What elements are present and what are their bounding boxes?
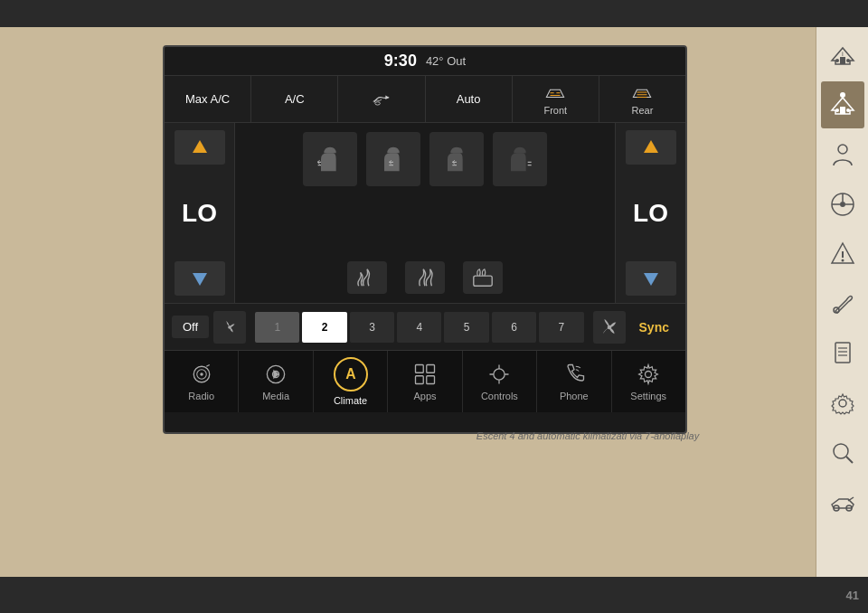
auto-button[interactable]: Auto [426,76,513,123]
svg-point-5 [835,108,839,112]
fan-speed-6[interactable]: 6 [492,312,536,343]
caption-text: Escent 4 and automatic klimatizati via 7… [476,430,699,441]
svg-rect-43 [474,276,492,286]
fan-off-button[interactable]: Off [172,316,209,338]
svg-point-10 [840,202,845,207]
nav-phone[interactable]: Phone [537,351,611,412]
fan-high-icon [599,317,619,337]
svg-point-48 [200,373,203,376]
left-temp-panel: LO [165,123,235,303]
svg-point-62 [646,372,652,378]
rear-defrost-button[interactable]: Rear [599,76,685,123]
fan-speed-2[interactable]: 2 [302,312,346,343]
seat-heat-row [347,261,503,294]
svg-rect-56 [427,376,435,384]
right-temp-down-button[interactable] [626,261,676,296]
sync-button[interactable]: Sync [630,316,678,339]
fan-speed-3[interactable]: 3 [350,312,394,343]
climate-icon: A [338,362,363,387]
fan-speed-4[interactable]: 4 [397,312,441,343]
fan-high-icon-button[interactable] [593,311,626,344]
fan-speed-5[interactable]: 5 [444,312,488,343]
passenger-seat-button[interactable] [366,132,420,186]
radio-icon [189,362,214,387]
top-controls-row: Max A/C A/C Auto [165,76,685,123]
nav-radio[interactable]: Radio [165,351,239,412]
infotainment-screen: 9:30 42° Out Max A/C A/C Auto [163,45,687,434]
rear-seat-icon [439,141,475,177]
ac-button[interactable]: A/C [251,76,338,123]
svg-rect-54 [427,365,435,373]
main-content: 9:30 42° Out Max A/C A/C Auto [163,45,687,488]
climate-label: Climate [334,395,367,406]
outside-temp: 42° Out [426,54,466,68]
nav-media[interactable]: Media [239,351,313,412]
svg-rect-17 [835,343,850,363]
controls-icon [486,362,512,387]
front-label: Front [543,105,567,116]
nav-settings[interactable]: Settings [612,351,685,412]
sidebar-item-tow[interactable] [821,479,864,526]
bottom-navigation: Radio Media A Climate [165,351,685,412]
front-defrost-button[interactable]: Front [513,76,599,123]
phone-icon [561,362,587,387]
seat-heat-1-icon [355,266,379,289]
page-number: 41 [846,589,859,602]
max-ac-button[interactable]: Max A/C [165,76,251,123]
ac-label: A/C [285,92,305,106]
media-label: Media [262,391,289,401]
nav-climate[interactable]: A Climate [314,351,388,412]
rear-seat-button[interactable] [429,132,484,186]
airflow-icon [372,90,392,109]
sidebar-item-car-info[interactable]: i [821,32,864,79]
fan-speed-7[interactable]: 7 [539,312,583,343]
left-down-arrow-icon [189,268,211,289]
sidebar-item-gear-settings[interactable] [821,380,864,427]
svg-point-27 [375,101,381,104]
seat-heat-3-icon [471,266,495,289]
right-up-arrow-icon [640,137,662,158]
sidebar-item-person[interactable] [821,131,864,178]
status-bar: 9:30 42° Out [165,47,685,76]
caption: Escent 4 and automatic klimatizati via 7… [326,430,850,441]
apps-icon [412,362,438,387]
svg-point-8 [838,145,847,154]
svg-rect-53 [415,365,423,373]
sidebar-item-wrench[interactable] [821,280,864,327]
svg-rect-0 [840,57,845,64]
airflow-button[interactable] [338,76,425,123]
auto-label: Auto [457,92,481,106]
svg-point-2 [846,59,850,62]
sidebar-item-warning[interactable] [821,231,864,278]
climate-circle: A [334,357,368,391]
svg-line-23 [846,457,853,463]
apps-label: Apps [413,391,436,401]
right-down-arrow-icon [640,268,662,289]
sidebar-item-manual[interactable] [821,330,864,377]
fan-low-icon [220,317,240,337]
sidebar-item-steering[interactable] [821,181,864,228]
clock: 9:30 [384,52,417,71]
fan-speed-selector: 1 2 3 4 5 6 7 [255,312,583,343]
seat-heat-3-button[interactable] [463,261,503,294]
fan-speed-row: Off 1 2 3 4 5 6 7 [165,304,685,351]
left-temp-down-button[interactable] [175,261,225,296]
fan-speed-1[interactable]: 1 [255,312,299,343]
bottom-strip: 41 [0,577,868,613]
sidebar-item-car-active[interactable] [821,81,864,128]
climate-main: LO [165,123,685,304]
driver-seat-button[interactable] [303,132,357,186]
fan-low-icon-button[interactable] [213,311,246,344]
controls-label: Controls [481,391,518,401]
nav-apps[interactable]: Apps [388,351,462,412]
right-temp-up-button[interactable] [626,130,676,165]
svg-point-1 [835,59,839,62]
seat-controls [235,123,615,303]
left-temp-up-button[interactable] [175,130,225,165]
seat-heat-1-button[interactable] [347,261,387,294]
rear-seat-heated-button[interactable] [493,132,547,186]
seat-heat-2-button[interactable] [405,261,445,294]
seat-heat-2-icon [413,266,437,289]
svg-point-57 [494,369,505,380]
nav-controls[interactable]: Controls [463,351,537,412]
